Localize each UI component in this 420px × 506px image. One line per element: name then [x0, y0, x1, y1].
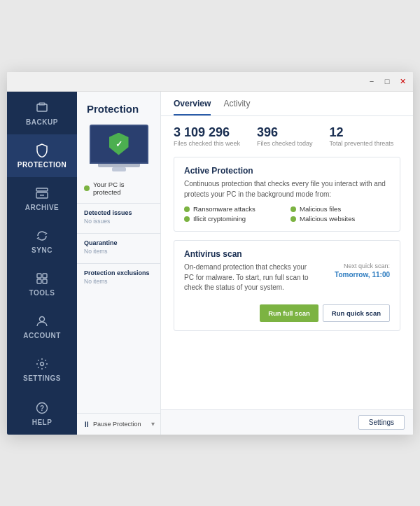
mid-panel-title: Protection	[77, 103, 160, 125]
scan-buttons: Run full scan Run quick scan	[184, 304, 390, 322]
feat-dot-malicious-websites	[290, 216, 296, 222]
antivirus-card-body: On-demand protection that checks your PC…	[184, 262, 390, 299]
exclusions-section: Protection exclusions No items	[77, 263, 160, 290]
detected-issues-label: Detected issues	[84, 209, 153, 216]
quarantine-section: Quarantine No items	[77, 233, 160, 260]
title-bar: − □ ✕	[7, 72, 413, 92]
sidebar-item-tools[interactable]: TooLs	[7, 262, 77, 305]
antivirus-desc: On-demand protection that checks your PC…	[184, 262, 313, 293]
sidebar-label-help: HELP	[32, 419, 52, 426]
feat-label-ransomware: Ransomware attacks	[193, 205, 255, 213]
quarantine-label: Quarantine	[84, 239, 153, 246]
status-dot	[84, 185, 90, 191]
feat-dot-ransomware	[184, 206, 190, 212]
settings-button[interactable]: Settings	[358, 415, 405, 430]
pause-icon: ⏸	[83, 420, 90, 428]
quarantine-sub: No items	[84, 248, 153, 255]
feature-ransomware: Ransomware attacks	[184, 205, 284, 213]
exclusions-sub: No items	[84, 278, 153, 285]
feature-malicious-websites: Malicious websites	[290, 215, 390, 223]
app-body: BACKUP PROTECTION ARCHIVE SYNC	[7, 92, 413, 435]
protected-text: Your PC is protected	[93, 181, 153, 196]
sidebar-item-backup[interactable]: BACKUP	[7, 92, 77, 134]
feat-dot-cryptomining	[184, 216, 190, 222]
tabs-bar: Overview Activity	[161, 92, 413, 116]
main-inner: 3 109 296 Files checked this week 396 Fi…	[161, 116, 413, 409]
sidebar-item-protection[interactable]: PROTECTION	[7, 134, 77, 177]
app-window: − □ ✕ BACKUP PROTECTION	[7, 72, 413, 435]
monitor-illustration: ✓	[90, 125, 148, 168]
mid-panel: Protection ✓ Your PC is protected Detect…	[77, 92, 161, 435]
detected-issues-section: Detected issues No issues	[77, 203, 160, 230]
feature-malicious-files: Malicious files	[290, 205, 390, 213]
svg-rect-5	[37, 274, 41, 278]
next-scan-time: Tomorrow, 11:00	[313, 271, 390, 279]
tab-activity[interactable]: Activity	[223, 92, 250, 115]
sync-icon	[34, 228, 50, 244]
active-protection-title: Active Protection	[184, 166, 390, 176]
tab-overview[interactable]: Overview	[174, 92, 211, 115]
footer-bar: Settings	[161, 409, 413, 435]
sidebar-bottom: ? HELP	[7, 392, 77, 435]
stat-prevented: 12 Total prevented threats	[330, 126, 394, 148]
settings-icon	[34, 356, 50, 372]
stat-files-week: 3 109 296 Files checked this week	[174, 126, 240, 148]
shield-checkmark: ✓	[109, 133, 129, 155]
sidebar-item-sync[interactable]: SYNC	[7, 220, 77, 262]
stat-label-files-week: Files checked this week	[174, 140, 240, 147]
protected-status: Your PC is protected	[77, 176, 160, 200]
next-scan-label: Next quick scan:	[313, 262, 390, 269]
sidebar-label-tools: TooLs	[29, 289, 55, 297]
exclusions-label: Protection exclusions	[84, 269, 153, 276]
sidebar-label-settings: SETTINGS	[23, 374, 61, 382]
sidebar-label-backup: BACKUP	[26, 118, 58, 126]
svg-rect-7	[37, 279, 41, 283]
window-controls: − □ ✕	[365, 75, 409, 87]
svg-point-10	[41, 362, 44, 365]
svg-rect-2	[36, 188, 48, 191]
chevron-down-icon: ▾	[151, 420, 155, 428]
sidebar-item-help[interactable]: ? HELP	[7, 392, 77, 435]
run-quick-scan-button[interactable]: Run quick scan	[323, 304, 390, 322]
antivirus-desc-block: On-demand protection that checks your PC…	[184, 262, 313, 299]
minimize-button[interactable]: −	[365, 75, 378, 87]
monitor-base	[98, 164, 140, 167]
antivirus-next-scan: Next quick scan: Tomorrow, 11:00	[313, 262, 390, 284]
tools-icon	[34, 271, 50, 286]
account-icon	[34, 314, 50, 329]
protection-icon	[34, 143, 50, 158]
stat-label-files-today: Files checked today	[257, 140, 313, 147]
stat-num-files-week: 3 109 296	[174, 126, 240, 140]
sidebar-item-archive[interactable]: ARCHIVE	[7, 177, 77, 220]
stat-num-prevented: 12	[330, 126, 394, 140]
help-icon: ?	[34, 400, 50, 416]
pause-label: Pause Protection	[93, 421, 141, 428]
active-protection-card: Active Protection Continuous protection …	[174, 157, 400, 232]
sidebar-label-archive: ARCHIVE	[25, 204, 59, 211]
stat-label-prevented: Total prevented threats	[330, 140, 394, 147]
close-button[interactable]: ✕	[396, 75, 409, 87]
run-full-scan-button[interactable]: Run full scan	[260, 304, 318, 322]
sidebar-item-account[interactable]: ACCOUNT	[7, 305, 77, 348]
pause-protection-bar[interactable]: ⏸ Pause Protection ▾	[77, 413, 160, 435]
stats-row: 3 109 296 Files checked this week 396 Fi…	[174, 126, 400, 148]
feat-label-malicious-websites: Malicious websites	[300, 215, 355, 223]
archive-icon	[34, 185, 50, 201]
feature-cryptomining: Illicit cryptomining	[184, 215, 284, 223]
sidebar-item-settings[interactable]: SETTINGS	[7, 348, 77, 391]
detected-issues-sub: No issues	[84, 218, 153, 225]
monitor-stand	[112, 167, 126, 171]
antivirus-scan-title: Antivirus scan	[184, 249, 390, 259]
features-grid: Ransomware attacks Malicious files Illic…	[184, 205, 390, 223]
feat-label-malicious-files: Malicious files	[300, 205, 341, 213]
sidebar-label-account: ACCOUNT	[23, 332, 61, 339]
maximize-button[interactable]: □	[381, 75, 393, 87]
backup-icon	[34, 100, 50, 115]
feat-label-cryptomining: Illicit cryptomining	[193, 215, 246, 223]
svg-rect-6	[43, 274, 47, 278]
antivirus-scan-card: Antivirus scan On-demand protection that…	[174, 240, 400, 331]
stat-num-files-today: 396	[257, 126, 313, 140]
svg-point-9	[40, 316, 45, 321]
stat-files-today: 396 Files checked today	[257, 126, 313, 148]
main-content: Overview Activity 3 109 296 Files checke…	[161, 92, 413, 435]
